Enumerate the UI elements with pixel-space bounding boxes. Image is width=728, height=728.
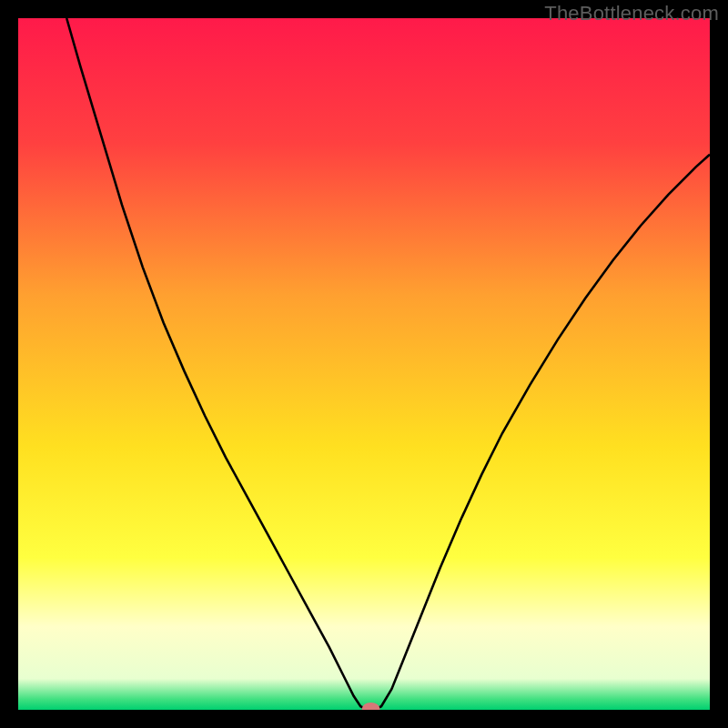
watermark-text: TheBottleneck.com xyxy=(544,2,719,25)
chart-frame: TheBottleneck.com xyxy=(0,0,728,728)
bottleneck-chart xyxy=(18,18,710,710)
gradient-background xyxy=(18,18,710,710)
